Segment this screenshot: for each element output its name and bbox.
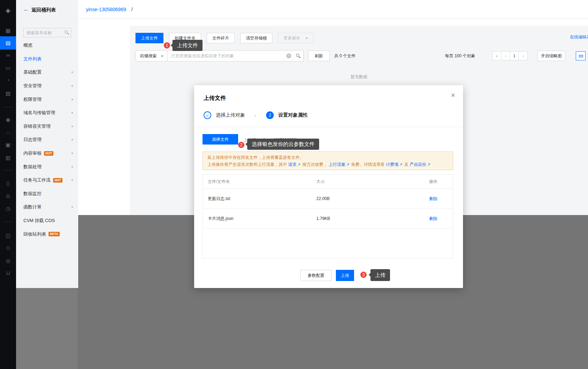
select-file-button[interactable]: 选择文件 — [203, 134, 238, 145]
logo-icon[interactable]: ◈ — [0, 6, 16, 15]
sidebar-item[interactable]: 日志管理 ▾ — [16, 133, 78, 147]
delete-link[interactable]: 删除 — [396, 216, 438, 222]
online-editor-link[interactable]: 在线编辑器 — [570, 34, 588, 40]
sidebar-item[interactable]: 容错容灾管理 ▾ — [16, 120, 78, 133]
compass-icon[interactable]: ◉ — [0, 115, 16, 124]
current-page[interactable]: 1 — [510, 51, 519, 60]
col-action-header: 操作 — [396, 179, 438, 185]
back-arrow-icon[interactable]: ← — [23, 6, 29, 13]
sidebar-item-label: 容错容灾管理 — [23, 123, 51, 130]
link-icon[interactable]: ∞ — [0, 51, 16, 60]
annotation-badge-1: 1 — [164, 42, 170, 49]
back-to-bucket-list[interactable]: ← 返回桶列表 — [16, 0, 78, 19]
sidebar-item-label: 数据监控 — [23, 191, 42, 197]
external-link-icon[interactable]: ↗ — [297, 162, 300, 167]
sidebar-menu: 概览 ▾ 文件列表 ▾ 基础配置 ▾ 安全管理 — [16, 39, 78, 241]
file-size-cell: 22.00B — [316, 196, 396, 201]
pie-chart-icon[interactable]: ◔ — [0, 76, 16, 85]
external-link-icon[interactable]: ↗ — [427, 162, 430, 167]
dashboard-icon[interactable]: ▦ — [0, 26, 16, 35]
sidebar-item[interactable]: 域名与传输管理 ▾ — [16, 106, 78, 120]
chevron-down-icon: ▾ — [71, 178, 73, 182]
back-label: 返回桶列表 — [31, 7, 56, 13]
steps-divider — [194, 127, 463, 127]
object-search-input[interactable] — [168, 51, 303, 61]
sidebar-item[interactable]: 回收站列表 BETA ▾ — [16, 227, 78, 241]
notice-text: 及 — [404, 162, 409, 167]
search-icon[interactable] — [65, 30, 68, 34]
clock-icon[interactable]: ◷ — [0, 204, 16, 213]
empty-bucket-button[interactable]: 清空存储桶 — [240, 33, 272, 43]
icon-rail: ◈ ▦ ▤ ∞ ▭ ◔ ▨ ◉ ∴ ▣ ▥ ▯ — [0, 0, 16, 369]
file-name-cell: 更新日志.txt — [208, 196, 316, 202]
storage-box-icon[interactable]: ◫ — [0, 231, 16, 240]
grid-view-button[interactable] — [576, 51, 586, 60]
sidebar-item[interactable]: 安全管理 ▾ — [16, 79, 78, 93]
pulse-icon[interactable]: ◎ — [0, 256, 16, 265]
prefix-search-select[interactable]: 前缀搜索 ▼ — [135, 50, 168, 61]
sidebar-item-label: 数据处理 — [23, 164, 42, 170]
sidebar-item[interactable]: 函数计算 ▾ — [16, 200, 78, 214]
sidebar-search-input[interactable] — [23, 28, 63, 37]
database-icon[interactable]: ▥ — [0, 153, 16, 162]
calendar-icon[interactable]: ▭ — [0, 64, 16, 73]
checklist-icon[interactable]: ▣ — [0, 140, 16, 149]
notice-line2: 上传操作将产生请求次数和上行流量，其中↗ 请求↗ 按万次收费，↗ 上行流量↗ 免… — [207, 161, 448, 168]
next-page-button[interactable]: › — [519, 51, 528, 60]
prefix-search-label: 前缀搜索 — [140, 53, 157, 58]
sidebar-item[interactable]: 数据处理 ▾ — [16, 160, 78, 174]
trash-icon[interactable]: ▯ — [0, 179, 16, 188]
table-row: 卡片消息.json 1.79KB 删除 — [203, 209, 453, 229]
image-icon[interactable]: ▨ — [0, 89, 16, 98]
params-config-button[interactable]: 参数配置 — [300, 270, 332, 281]
breadcrumb-bucket-link[interactable]: yinse-1305806969 — [86, 7, 126, 12]
prev-page-button[interactable]: ‹ — [501, 51, 510, 60]
sidebar-item-label: 基础配置 — [23, 69, 42, 75]
delete-link[interactable]: 删除 — [396, 196, 438, 202]
bucket-list-icon[interactable]: ▤ — [0, 36, 16, 50]
sidebar-item[interactable]: 任务与工作流 HOT ▾ — [16, 174, 78, 187]
notice-text: 计费项 — [386, 162, 398, 167]
sidebar-item[interactable]: 数据监控 ▾ — [16, 187, 78, 201]
notice-text: 上行流量 — [329, 162, 345, 167]
sidebar-item[interactable]: 权限管理 ▾ — [16, 93, 78, 106]
sidebar-item[interactable]: 内容审核 HOT ▾ — [16, 147, 78, 160]
sidebar-item-label: 函数计算 — [23, 204, 42, 210]
sidebar-item-label: 日志管理 — [23, 136, 42, 143]
sidebar-item-label: 内容审核 — [23, 150, 42, 156]
annotation-tooltip-1: 上传文件 — [172, 40, 203, 51]
plug-icon[interactable]: ⊔ — [0, 268, 16, 278]
sidebar-item[interactable]: 文件列表 ▾ — [16, 52, 78, 66]
network-icon[interactable]: ∴ — [0, 128, 16, 137]
first-page-button[interactable]: « — [492, 51, 501, 60]
external-link-icon[interactable]: ↗ — [399, 162, 402, 167]
rail-divider — [3, 222, 13, 222]
close-icon[interactable]: × — [451, 91, 455, 99]
file-fragments-button[interactable]: 文件碎片 — [207, 33, 235, 43]
empty-data-text: 暂无数据 — [351, 74, 367, 80]
chevron-down-icon: ▾ — [71, 84, 73, 88]
refresh-button[interactable]: 刷新 — [308, 51, 330, 61]
sidebar-item-label: 域名与传输管理 — [23, 110, 55, 116]
annotation-tooltip-3: 上传 — [370, 269, 390, 281]
chevron-down-icon: ▾ — [71, 111, 73, 115]
more-actions-label: 更多操作 — [284, 36, 300, 40]
sidebar-item-badge: BETA — [49, 232, 60, 236]
upload-file-table: 文件/文件夹 大小 操作 更新日志.txt 22.00B 删除 卡片消息.jso… — [203, 174, 453, 258]
zoom-search-icon[interactable]: ⊙ — [0, 192, 16, 201]
external-link-icon[interactable]: ↗ — [346, 162, 349, 167]
clear-search-icon[interactable]: × — [286, 53, 291, 58]
sidebar-item[interactable]: CVM 挂载 COS ▾ — [16, 214, 78, 228]
sidebar-item-label: 文件列表 — [23, 56, 42, 62]
shield-hexagon-icon[interactable]: ◇ — [0, 243, 16, 252]
search-icon[interactable] — [296, 54, 299, 57]
modal-upload-button[interactable]: 上传 — [336, 270, 354, 281]
sidebar-item[interactable]: 基础配置 ▾ — [16, 66, 78, 79]
sidebar-item-badge: HOT — [53, 178, 63, 183]
upload-file-button[interactable]: 上传文件 — [135, 33, 163, 43]
thumbnail-toggle-button[interactable]: 开启缩略图 — [537, 51, 565, 61]
sidebar-item[interactable]: 概览 ▾ — [16, 39, 78, 52]
upload-notice: 若上传路径中存在同名文件，上传将覆盖原有文件。 上传操作将产生请求次数和上行流量… — [203, 152, 453, 170]
more-actions-button[interactable]: 更多操作▼ — [278, 33, 314, 43]
chevron-down-icon: ▾ — [71, 152, 73, 155]
